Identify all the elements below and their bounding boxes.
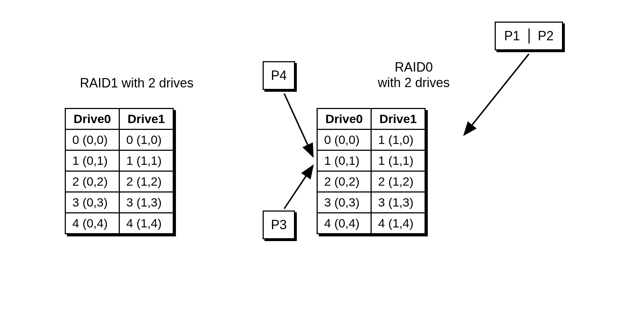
table-row: 2 (0,2) 2 (1,2): [65, 171, 173, 192]
p1-cell: P1: [496, 28, 530, 44]
table-row: 4 (0,4) 4 (1,4): [317, 213, 425, 234]
raid1-table: Drive0 Drive1 0 (0,0) 0 (1,0) 1 (0,1) 1 …: [65, 108, 174, 234]
raid0-table: Drive0 Drive1 0 (0,0) 1 (1,0) 1 (0,1) 1 …: [317, 108, 426, 234]
table-row: 0 (0,0) 0 (1,0): [65, 130, 173, 150]
p1-p2-box: P1 P2: [495, 22, 563, 50]
raid1-col0-header: Drive0: [65, 109, 119, 130]
raid0-cell: 1 (1,1): [371, 150, 425, 171]
p3-box: P3: [263, 210, 295, 239]
raid0-cell: 4 (1,4): [371, 213, 425, 234]
raid1-cell: 4 (1,4): [119, 213, 173, 234]
table-row: 1 (0,1) 1 (1,1): [65, 150, 173, 171]
raid0-cell: 3 (0,3): [317, 192, 371, 213]
raid0-cell: 3 (1,3): [371, 192, 425, 213]
raid1-cell: 3 (0,3): [65, 192, 119, 213]
raid1-cell: 1 (1,1): [119, 150, 173, 171]
raid0-title-line2: with 2 drives: [378, 75, 450, 90]
p2-cell: P2: [530, 28, 562, 44]
table-header-row: Drive0 Drive1: [317, 109, 425, 130]
arrow-p4: [284, 94, 313, 157]
raid1-cell: 0 (0,0): [65, 130, 119, 150]
raid1-cell: 2 (0,2): [65, 171, 119, 192]
p4-box: P4: [263, 61, 295, 90]
arrow-p3: [284, 166, 313, 209]
raid0-cell: 2 (0,2): [317, 171, 371, 192]
table-row: 4 (0,4) 4 (1,4): [65, 213, 173, 234]
table-row: 1 (0,1) 1 (1,1): [317, 150, 425, 171]
raid0-col0-header: Drive0: [317, 109, 371, 130]
raid0-cell: 1 (1,0): [371, 130, 425, 150]
raid0-col1-header: Drive1: [371, 109, 425, 130]
raid1-cell: 2 (1,2): [119, 171, 173, 192]
table-row: 3 (0,3) 3 (1,3): [65, 192, 173, 213]
raid1-title: RAID1 with 2 drives: [65, 76, 209, 91]
table-row: 0 (0,0) 1 (1,0): [317, 130, 425, 150]
raid0-cell: 0 (0,0): [317, 130, 371, 150]
raid1-cell: 3 (1,3): [119, 192, 173, 213]
raid0-title-line1: RAID0: [395, 60, 433, 74]
raid0-cell: 4 (0,4): [317, 213, 371, 234]
raid0-cell: 1 (0,1): [317, 150, 371, 171]
raid0-table-wrap: Drive0 Drive1 0 (0,0) 1 (1,0) 1 (0,1) 1 …: [317, 108, 426, 234]
raid1-cell: 0 (1,0): [119, 130, 173, 150]
raid1-col1-header: Drive1: [119, 109, 173, 130]
raid0-title: RAID0 with 2 drives: [351, 59, 477, 90]
table-row: 2 (0,2) 2 (1,2): [317, 171, 425, 192]
table-row: 3 (0,3) 3 (1,3): [317, 192, 425, 213]
raid1-table-wrap: Drive0 Drive1 0 (0,0) 0 (1,0) 1 (0,1) 1 …: [65, 108, 174, 234]
table-header-row: Drive0 Drive1: [65, 109, 173, 130]
raid0-cell: 2 (1,2): [371, 171, 425, 192]
raid1-cell: 4 (0,4): [65, 213, 119, 234]
raid1-cell: 1 (0,1): [65, 150, 119, 171]
